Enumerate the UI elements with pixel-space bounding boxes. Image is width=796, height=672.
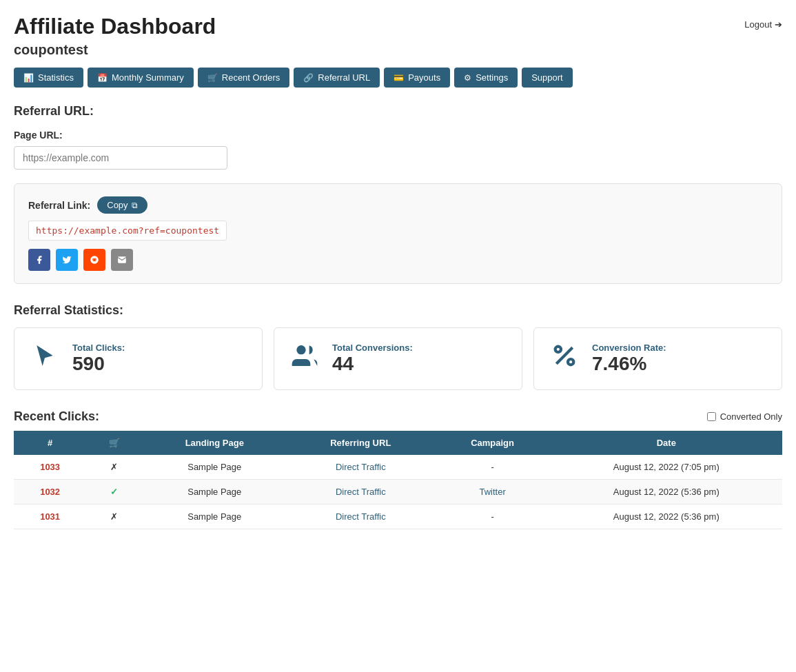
referral-stats-title: Referral Statistics: <box>14 303 782 318</box>
conversion-rate-label: Conversion Rate: <box>592 343 666 353</box>
converted-no-icon: ✗ <box>110 462 118 472</box>
tab-payouts-label: Payouts <box>408 72 440 83</box>
tab-monthly-summary[interactable]: 📅 Monthly Summary <box>88 68 194 88</box>
col-header-date: Date <box>551 431 782 455</box>
converted-only-checkbox[interactable] <box>707 412 716 421</box>
row-converted: ✓ <box>86 480 142 505</box>
copy-button[interactable]: Copy ⧉ <box>97 196 147 214</box>
converted-no-icon: ✗ <box>110 511 118 522</box>
tab-settings-label: Settings <box>476 72 508 83</box>
referral-card: Referral Link: Copy ⧉ https://example.co… <box>14 183 782 284</box>
svg-point-5 <box>555 347 561 352</box>
social-share-icons <box>28 249 768 271</box>
cursor-icon <box>31 342 59 376</box>
row-landing: Sample Page <box>143 505 287 529</box>
facebook-icon[interactable] <box>28 249 50 271</box>
payouts-icon: 💳 <box>394 73 404 83</box>
page-title: Affiliate Dashboard <box>14 14 216 39</box>
page-url-label: Page URL: <box>14 130 782 141</box>
row-landing: Sample Page <box>143 455 287 480</box>
percent-icon <box>551 342 578 376</box>
settings-icon: ⚙ <box>464 73 471 83</box>
row-referring: Direct Traffic <box>287 455 435 480</box>
row-date: August 12, 2022 (7:05 pm) <box>551 455 782 480</box>
row-referring: Direct Traffic <box>287 480 435 505</box>
copy-button-label: Copy <box>107 200 127 210</box>
table-row: 1031 ✗ Sample Page Direct Traffic - Augu… <box>14 505 782 529</box>
recent-clicks-table: # 🛒 Landing Page Referring URL Campaign … <box>14 431 782 529</box>
stat-card-conversion-rate: Conversion Rate: 7.46% <box>533 327 782 390</box>
logout-button[interactable]: Logout ➔ <box>744 19 782 30</box>
conversion-rate-value: 7.46% <box>592 353 666 375</box>
col-header-landing: Landing Page <box>143 431 287 455</box>
converted-yes-icon: ✓ <box>110 487 118 497</box>
recent-clicks-title: Recent Clicks: <box>14 409 99 424</box>
row-date: August 12, 2022 (5:36 pm) <box>551 505 782 529</box>
svg-point-6 <box>568 359 573 365</box>
row-campaign: - <box>435 455 551 480</box>
row-id: 1031 <box>14 505 86 529</box>
row-campaign: Twitter <box>435 480 551 505</box>
svg-point-2 <box>95 259 96 260</box>
username: coupontest <box>14 42 216 58</box>
tab-referral-url[interactable]: 🔗 Referral URL <box>294 68 380 88</box>
svg-point-3 <box>296 345 305 354</box>
tab-recent-orders-label: Recent Orders <box>222 72 280 83</box>
stats-cards: Total Clicks: 590 Total Conversions: 44 … <box>14 327 782 390</box>
monthly-summary-icon: 📅 <box>97 73 108 83</box>
row-date: August 12, 2022 (5:36 pm) <box>551 480 782 505</box>
svg-point-1 <box>93 259 94 260</box>
tab-statistics-label: Statistics <box>38 72 74 83</box>
tab-recent-orders[interactable]: 🛒 Recent Orders <box>198 68 290 88</box>
email-icon[interactable] <box>111 249 133 271</box>
nav-tabs: 📊 Statistics 📅 Monthly Summary 🛒 Recent … <box>14 68 782 88</box>
col-header-id: # <box>14 431 86 455</box>
svg-line-4 <box>556 347 572 363</box>
logout-label: Logout <box>744 19 772 30</box>
tab-monthly-summary-label: Monthly Summary <box>112 72 184 83</box>
twitter-icon[interactable] <box>56 249 78 271</box>
stat-card-total-clicks: Total Clicks: 590 <box>14 327 263 390</box>
tab-support[interactable]: Support <box>522 68 573 88</box>
row-id: 1032 <box>14 480 86 505</box>
statistics-icon: 📊 <box>23 73 34 83</box>
col-header-campaign: Campaign <box>435 431 551 455</box>
referral-url-section-title: Referral URL: <box>14 104 782 119</box>
total-conversions-value: 44 <box>332 353 413 375</box>
total-clicks-label: Total Clicks: <box>72 343 125 353</box>
copy-icon: ⧉ <box>132 201 138 210</box>
tab-settings[interactable]: ⚙ Settings <box>454 68 518 88</box>
referral-link-value: https://example.com?ref=coupontest <box>28 221 227 241</box>
total-conversions-label: Total Conversions: <box>332 343 413 353</box>
tab-statistics[interactable]: 📊 Statistics <box>14 68 83 88</box>
stat-card-total-conversions: Total Conversions: 44 <box>274 327 522 390</box>
col-header-referring: Referring URL <box>287 431 435 455</box>
total-clicks-value: 590 <box>72 353 125 375</box>
page-url-input[interactable] <box>14 146 227 170</box>
row-landing: Sample Page <box>143 480 287 505</box>
row-campaign: - <box>435 505 551 529</box>
col-header-cart: 🛒 <box>86 431 142 455</box>
referral-url-icon: 🔗 <box>303 73 314 83</box>
row-referring: Direct Traffic <box>287 505 435 529</box>
row-converted: ✗ <box>86 505 142 529</box>
tab-payouts[interactable]: 💳 Payouts <box>384 68 450 88</box>
logout-icon: ➔ <box>775 19 782 30</box>
row-id: 1033 <box>14 455 86 480</box>
table-row: 1032 ✓ Sample Page Direct Traffic Twitte… <box>14 480 782 505</box>
tab-support-label: Support <box>531 72 563 83</box>
recent-orders-icon: 🛒 <box>207 73 218 83</box>
row-converted: ✗ <box>86 455 142 480</box>
users-icon <box>291 342 318 376</box>
reddit-icon[interactable] <box>83 249 105 271</box>
table-row: 1033 ✗ Sample Page Direct Traffic - Augu… <box>14 455 782 480</box>
referral-link-label: Referral Link: <box>28 200 90 211</box>
converted-only-label: Converted Only <box>720 411 782 422</box>
tab-referral-url-label: Referral URL <box>318 72 370 83</box>
